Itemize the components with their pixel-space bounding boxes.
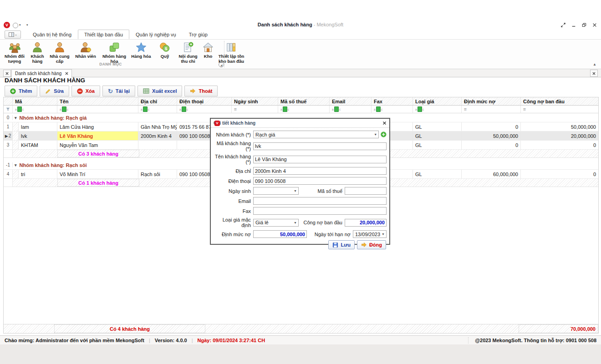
email-field[interactable] bbox=[253, 197, 387, 205]
exit-button[interactable]: Thoát bbox=[184, 86, 218, 96]
group-count-label: Có 1 khách hàng bbox=[57, 179, 139, 187]
ma-so-thue-field[interactable] bbox=[345, 187, 387, 195]
ribbon-tab-quan-tri-he-thong[interactable]: Quản trị hệ thống bbox=[26, 30, 78, 39]
dialog-title: Chi tiết khách hàng bbox=[214, 121, 380, 126]
dia-chi-field[interactable] bbox=[253, 167, 387, 175]
toolbar-item-quy[interactable]: $ Quỹ bbox=[154, 40, 176, 60]
close-arrow-icon bbox=[361, 242, 367, 248]
group-collapse-icon[interactable]: ▾ bbox=[15, 116, 17, 120]
save-button[interactable]: Lưu bbox=[328, 240, 354, 249]
delete-button[interactable]: Xóa bbox=[71, 86, 100, 96]
ribbon-app-button[interactable]: ▿ bbox=[5, 30, 21, 39]
minimize-button[interactable] bbox=[571, 22, 576, 28]
group-count-label: Có 3 khách hàng bbox=[57, 150, 139, 157]
row-focus-arrow-icon: ▶ bbox=[5, 134, 8, 138]
ngay-toi-han-combobox[interactable]: 13/09/2023 ▼ bbox=[353, 230, 387, 238]
ribbon-collapse-icon[interactable]: ▲ bbox=[593, 62, 596, 66]
column-header-ngay-sinh[interactable]: Ngày sinh bbox=[232, 97, 278, 105]
ribbon-toolbar: Nhóm đối tượng Khách hàng bbox=[0, 39, 601, 69]
tabstrip-close-right-button[interactable] bbox=[590, 70, 598, 77]
filter-funnel-icon[interactable] bbox=[4, 106, 13, 113]
grid-filter-row: ac ac ac ac = ac ac ac ac = = bbox=[4, 106, 598, 113]
chevron-down-icon: ▼ bbox=[372, 133, 378, 136]
ten-khach-hang-field[interactable] bbox=[253, 156, 387, 163]
export-excel-button[interactable]: Xuất excel bbox=[138, 86, 182, 96]
toolbar-item-nhom-doi-tuong[interactable]: Nhóm đối tượng bbox=[3, 40, 26, 65]
nhom-khach-combobox[interactable]: Rạch giá ▼ bbox=[253, 131, 379, 138]
close-button[interactable] bbox=[592, 22, 597, 28]
cong-no-ban-dau-field[interactable] bbox=[345, 219, 387, 227]
filter-abc-icon: ac bbox=[415, 106, 424, 112]
filter-cell-ten[interactable]: ac bbox=[57, 106, 138, 113]
column-header-loai-gia[interactable]: Loại giá bbox=[413, 97, 462, 105]
exit-arrow-icon bbox=[190, 88, 196, 94]
filter-cell-cong-no[interactable]: = bbox=[521, 106, 598, 113]
filter-abc-icon: ac bbox=[374, 106, 382, 112]
toolbar-item-khach-hang[interactable]: Khách hàng bbox=[26, 40, 48, 65]
dialog-close-icon[interactable] bbox=[382, 121, 387, 125]
reload-button[interactable]: ↻ Tải lại bbox=[102, 86, 135, 96]
field-label-ma-so-thue: Mã số thuế bbox=[299, 188, 345, 194]
field-label-cong-no: Công nợ ban đầu bbox=[299, 220, 345, 225]
field-label-ngay-sinh: Ngày sinh bbox=[212, 188, 253, 194]
column-header-dinh-muc-no[interactable]: Định mức nợ bbox=[462, 97, 521, 105]
filter-cell-dia-chi[interactable]: ac bbox=[138, 106, 177, 113]
toolbar-item-noi-dung-thu-chi[interactable]: Nội dung thu chi bbox=[176, 40, 200, 65]
excel-icon bbox=[143, 88, 149, 94]
total-count-label: Có 4 khách hàng bbox=[54, 324, 205, 333]
ribbon-tab-quan-ly-nghiep-vu[interactable]: Quản lý nghiệp vụ bbox=[129, 30, 183, 39]
column-header-dia-chi[interactable]: Địa chỉ bbox=[138, 97, 177, 105]
column-header-fax[interactable]: Fax bbox=[372, 97, 413, 105]
ngay-sinh-combobox[interactable]: ▼ bbox=[253, 187, 299, 195]
fullscreen-button[interactable] bbox=[560, 22, 566, 28]
column-header-ten[interactable]: Tên bbox=[57, 97, 138, 105]
toolbar-item-nhom-hang-hoa[interactable]: Nhóm hàng hóa bbox=[100, 40, 128, 65]
column-header-cong-no-ban-dau[interactable]: Công nợ ban đầu bbox=[521, 97, 598, 105]
grid-total-row: Có 4 khách hàng 70,000,000 bbox=[4, 324, 598, 333]
tabstrip-close-left-button[interactable] bbox=[3, 70, 11, 77]
restore-button[interactable] bbox=[581, 22, 587, 28]
filter-cell-email[interactable]: ac bbox=[330, 106, 372, 113]
dinh-muc-no-field[interactable] bbox=[253, 230, 307, 238]
loai-gia-combobox[interactable]: Giá lẻ ▼ bbox=[253, 219, 299, 227]
status-bar: Chào mừng: Administrator đến với phần mề… bbox=[0, 335, 601, 345]
field-label-ma-khach-hang: Mã khách hàng (*) bbox=[212, 141, 253, 152]
fax-field[interactable] bbox=[253, 207, 387, 215]
toolbar-item-nha-cung-cap[interactable]: Nhà cung cấp bbox=[48, 40, 71, 65]
ribbon-tab-tro-giup[interactable]: Trợ giúp bbox=[183, 30, 214, 39]
add-group-button[interactable] bbox=[381, 131, 387, 137]
edit-button[interactable]: Sửa bbox=[40, 86, 69, 96]
close-dialog-button[interactable]: Đóng bbox=[357, 240, 386, 249]
toolbar-separator bbox=[224, 41, 224, 67]
toolbar-item-nhan-vien[interactable]: Nhân viên bbox=[71, 40, 100, 60]
group-collapse-icon[interactable]: ▾ bbox=[15, 163, 17, 167]
ma-khach-hang-field[interactable] bbox=[253, 142, 387, 150]
tab-close-icon[interactable] bbox=[65, 72, 68, 75]
add-button[interactable]: Thêm bbox=[5, 86, 37, 96]
filter-cell-dinh-muc-no[interactable]: = bbox=[462, 106, 521, 113]
product-icon bbox=[135, 41, 147, 54]
filter-equals-icon: = bbox=[523, 107, 526, 112]
dien-thoai-field[interactable] bbox=[253, 177, 387, 185]
document-tabstrip: Danh sách khách hàng bbox=[0, 69, 601, 77]
ribbon-tab-thiet-lap-ban-dau[interactable]: Thiết lập ban đầu bbox=[78, 30, 129, 39]
customer-detail-dialog: V Chi tiết khách hàng Nhóm khách (*) Rạc… bbox=[210, 118, 390, 245]
page-title: DANH SÁCH KHÁCH HÀNG bbox=[5, 77, 85, 84]
group-dialog-launcher-icon[interactable]: ◢ bbox=[219, 62, 224, 67]
filter-cell-loai-gia[interactable]: ac bbox=[413, 106, 462, 113]
filter-cell-ma-so-thue[interactable]: ac bbox=[278, 106, 330, 113]
filter-cell-dien-thoai[interactable]: ac bbox=[177, 106, 232, 113]
dialog-titlebar[interactable]: V Chi tiết khách hàng bbox=[211, 119, 389, 128]
column-header-ma-so-thue[interactable]: Mã số thuế bbox=[278, 97, 330, 105]
toolbar-item-thiet-lap-ton-kho[interactable]: Thiết lập tồn kho ban đầu bbox=[216, 40, 247, 65]
customer-icon bbox=[31, 41, 43, 54]
filter-cell-ma[interactable]: ac bbox=[13, 106, 57, 113]
column-header-dien-thoai[interactable]: Điện thoại bbox=[177, 97, 232, 105]
toolbar-item-kho[interactable]: Kho bbox=[200, 40, 216, 60]
toolbar-item-hang-hoa[interactable]: Hàng hóa bbox=[128, 40, 154, 60]
field-label-dia-chi: Địa chỉ bbox=[212, 168, 253, 174]
column-header-email[interactable]: Email bbox=[330, 97, 372, 105]
filter-cell-ngay-sinh[interactable]: = bbox=[232, 106, 278, 113]
filter-cell-fax[interactable]: ac bbox=[372, 106, 413, 113]
column-header-ma[interactable]: Mã bbox=[13, 97, 57, 105]
